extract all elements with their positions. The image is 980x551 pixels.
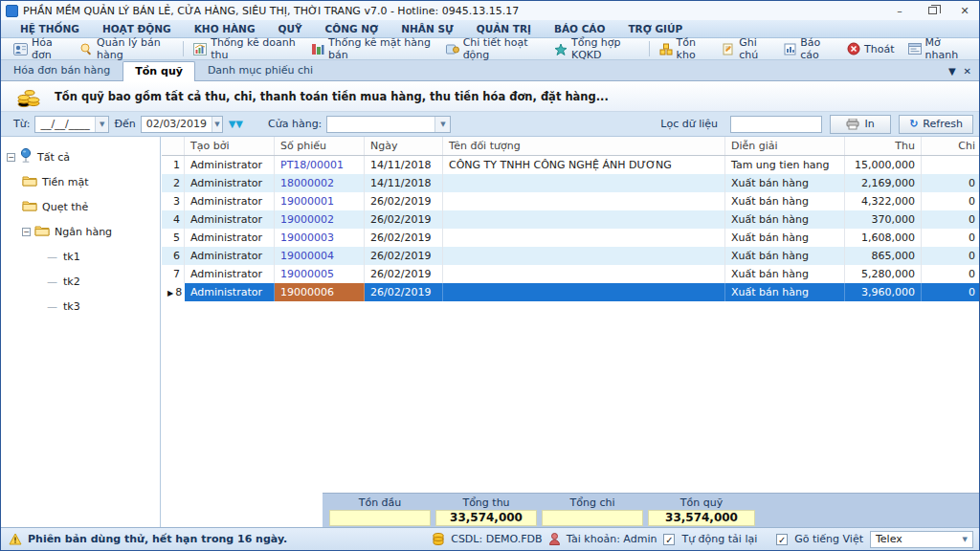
toolbar-button-6[interactable]: Tổng hợp KQKD: [547, 34, 646, 63]
receipt-cell[interactable]: 19000002: [275, 210, 365, 229]
collapse-icon[interactable]: −: [22, 228, 31, 236]
thu-cell[interactable]: 370,000: [845, 210, 922, 229]
thu-cell[interactable]: 865,000: [845, 247, 922, 265]
column-header[interactable]: Tạo bởi: [185, 137, 275, 155]
column-header[interactable]: Tên đối tượng: [443, 137, 725, 155]
tree-node-2[interactable]: Quẹt thẻ: [1, 194, 160, 219]
party-cell[interactable]: [443, 192, 725, 210]
date-cell[interactable]: 26/02/2019: [365, 265, 443, 283]
thu-cell[interactable]: 5,280,000: [845, 265, 922, 283]
receipt-link[interactable]: 19000006: [280, 286, 334, 298]
party-cell[interactable]: [443, 210, 725, 229]
party-cell[interactable]: CÔNG TY TNHH CÔNG NGHỆ ÁNH DƯƠNG: [443, 156, 725, 174]
to-date-picker[interactable]: 02/03/2019 ▼: [141, 116, 223, 133]
party-cell[interactable]: [443, 229, 725, 247]
description-cell[interactable]: Tam ung tien hang: [725, 156, 845, 174]
filter-funnel-icon[interactable]: ▼▼: [229, 119, 243, 129]
date-cell[interactable]: 26/02/2019: [365, 210, 443, 229]
party-cell[interactable]: [443, 174, 725, 192]
description-cell[interactable]: Xuất bán hàng: [725, 247, 845, 265]
party-cell[interactable]: [443, 283, 725, 301]
chi-cell[interactable]: 0: [922, 229, 980, 247]
receipt-cell[interactable]: 19000006: [275, 283, 365, 301]
receipt-link[interactable]: 19000005: [280, 268, 334, 280]
description-cell[interactable]: Xuất bán hàng: [725, 174, 845, 192]
date-cell[interactable]: 26/02/2019: [365, 283, 443, 301]
creator-cell[interactable]: Administrator: [185, 192, 275, 210]
table-row[interactable]: 7Administrator1900000526/02/2019Xuất bán…: [162, 265, 980, 283]
party-cell[interactable]: [443, 265, 725, 283]
description-cell[interactable]: Xuất bán hàng: [725, 265, 845, 283]
date-cell[interactable]: 26/02/2019: [365, 229, 443, 247]
receipt-cell[interactable]: PT18/00001: [275, 156, 365, 174]
chevron-down-icon[interactable]: ▼: [434, 117, 450, 132]
vietnamese-checkbox[interactable]: ✓: [776, 534, 788, 545]
receipt-cell[interactable]: 19000001: [275, 192, 365, 210]
tab-list-icon[interactable]: ▼: [948, 66, 956, 77]
toolbar-button-3[interactable]: Thống kê doanh thu: [187, 34, 304, 63]
chi-cell[interactable]: 0: [922, 283, 980, 301]
thu-cell[interactable]: 1,608,000: [845, 229, 922, 247]
row-number-cell[interactable]: 3: [162, 192, 185, 210]
tree-node-3[interactable]: −Ngân hàng: [1, 219, 160, 244]
toolbar-button-5[interactable]: Chi tiết hoạt động: [439, 34, 547, 63]
toolbar-button-8[interactable]: Ghi chú: [716, 34, 777, 63]
tree-node-6[interactable]: —tk3: [1, 294, 160, 319]
chi-cell[interactable]: 0: [922, 174, 980, 192]
minimize-button[interactable]: –: [883, 1, 916, 20]
refresh-button[interactable]: ↻ Refresh: [899, 115, 973, 134]
row-number-cell[interactable]: ▶8: [162, 283, 185, 301]
table-row[interactable]: 3Administrator1900000126/02/2019Xuất bán…: [162, 192, 980, 210]
description-cell[interactable]: Xuất bán hàng: [725, 210, 845, 229]
toolbar-button-4[interactable]: Thống kê mặt hàng bán: [304, 34, 439, 63]
receipt-cell[interactable]: 19000004: [275, 247, 365, 265]
receipt-link[interactable]: PT18/00001: [280, 159, 344, 171]
tree-node-1[interactable]: Tiền mặt: [1, 169, 160, 194]
tree-node-4[interactable]: —tk1: [1, 244, 160, 269]
toolbar-button-9[interactable]: Báo cáo: [777, 34, 840, 63]
thu-cell[interactable]: 4,322,000: [845, 192, 922, 210]
autoload-checkbox[interactable]: ✓: [663, 534, 675, 545]
column-header[interactable]: Chi: [922, 137, 980, 155]
store-select[interactable]: ▼: [326, 116, 451, 133]
thu-cell[interactable]: 3,960,000: [845, 283, 922, 301]
row-number-cell[interactable]: 6: [162, 247, 185, 265]
print-button[interactable]: In: [830, 115, 891, 134]
creator-cell[interactable]: Administrator: [185, 247, 275, 265]
chi-cell[interactable]: [922, 156, 980, 174]
close-button[interactable]: ✕: [948, 1, 980, 20]
chi-cell[interactable]: 0: [922, 210, 980, 229]
creator-cell[interactable]: Administrator: [185, 265, 275, 283]
toolbar-button-10[interactable]: Thoát: [840, 40, 901, 57]
date-cell[interactable]: 26/02/2019: [365, 247, 443, 265]
receipt-link[interactable]: 19000003: [280, 231, 334, 244]
tab-ton-quy[interactable]: Tồn quỹ: [122, 61, 195, 81]
tab-close-icon[interactable]: ✕: [964, 66, 971, 77]
table-row[interactable]: 6Administrator1900000426/02/2019Xuất bán…: [162, 247, 980, 265]
column-header[interactable]: Thu: [845, 137, 922, 155]
chi-cell[interactable]: 0: [922, 192, 980, 210]
chi-cell[interactable]: 0: [922, 247, 980, 265]
tab-danh-muc-phieu-chi[interactable]: Danh mục phiếu chi: [195, 60, 325, 80]
tree-node-tat-ca[interactable]: −Tất cả: [1, 144, 160, 169]
receipt-cell[interactable]: 19000005: [275, 265, 365, 283]
tab-hoa-don-ban-hang[interactable]: Hóa đơn bán hàng: [1, 60, 122, 80]
description-cell[interactable]: Xuất bán hàng: [725, 283, 845, 301]
chevron-down-icon[interactable]: ▼: [95, 117, 109, 132]
creator-cell[interactable]: Administrator: [185, 283, 275, 301]
party-cell[interactable]: [443, 247, 725, 265]
restore-button[interactable]: [916, 1, 948, 20]
table-row[interactable]: 2Administrator1800000214/11/2018Xuất bán…: [162, 174, 980, 192]
table-row[interactable]: 5Administrator1900000326/02/2019Xuất bán…: [162, 229, 980, 247]
receipt-link[interactable]: 19000002: [280, 213, 334, 226]
receipt-link[interactable]: 19000001: [280, 195, 334, 208]
receipt-link[interactable]: 18000002: [280, 177, 334, 189]
table-row[interactable]: 4Administrator1900000226/02/2019Xuất bán…: [162, 210, 980, 229]
from-date-picker[interactable]: __/__/____ ▼: [34, 116, 109, 133]
thu-cell[interactable]: 2,169,000: [845, 174, 922, 192]
chi-cell[interactable]: 0: [922, 265, 980, 283]
search-input[interactable]: [730, 116, 822, 133]
date-cell[interactable]: 26/02/2019: [365, 192, 443, 210]
column-header[interactable]: Số phiếu: [275, 137, 365, 155]
date-cell[interactable]: 14/11/2018: [365, 174, 443, 192]
